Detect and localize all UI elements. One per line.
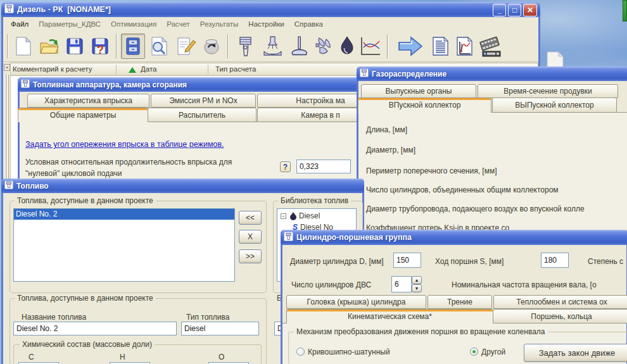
cylinders-count-label: Число цилиндров, объединенных общим колл… [366,185,559,194]
animation-button[interactable] [477,34,504,59]
mechanism-group-label: Механизм преобразования движения поршня … [294,328,548,336]
chem-group-label: Химический состав (массовые доли) [20,341,155,349]
cylinder-title: Цилиндро-поршневая группа [296,233,412,242]
dock-close-button[interactable]: × [4,64,10,71]
library-group-label: Библиотека топлив [278,197,351,205]
menu-calc[interactable]: Расчет [162,20,195,28]
piston-window-icon [4,180,13,192]
delete-fuel-button[interactable]: X [239,230,262,244]
menu-results[interactable]: Результаты [195,20,244,28]
charts-button[interactable] [453,34,477,59]
tab-atomizer[interactable]: Распылитель [148,108,256,122]
tab-general-params[interactable]: Общие параметры [18,108,148,122]
gas-exchange-window: Газораспределение Выпускные органы Время… [357,66,627,244]
app-icon [4,4,14,16]
project-tree-button[interactable] [121,34,145,59]
background-window-fragment [623,0,627,22]
move-left-button[interactable]: << [239,211,262,225]
set-injection-advance-link[interactable]: Задать угол опережения впрыска в таблице… [25,140,224,149]
save-button[interactable] [63,34,87,59]
chem-c-label: C [28,353,34,361]
open-project-button[interactable] [37,34,61,59]
tab-time-section[interactable]: Время-сечение продувки [478,84,618,98]
gas-exchange-titlebar[interactable]: Газораспределение [357,66,627,81]
fuel-drop-button[interactable] [335,34,359,59]
fuel-title: Топливо [16,182,49,191]
diameter-label: Диаметр, [мм] [366,146,415,154]
new-document-button[interactable] [11,34,35,59]
main-titlebar[interactable]: Дизель - РК [NONAME*] [1,2,540,17]
header-date[interactable]: Дата [141,65,156,73]
fuel-name-input[interactable]: Diesel No. 2 [13,322,177,336]
crank-radio-label[interactable]: Кривошипно-шатунный [308,348,390,356]
injection-duration-label-2: "нулевой" цикловой подачи [25,169,122,178]
header-calc-type[interactable]: Тип расчета [215,65,256,73]
maximize-button[interactable]: □ [508,4,521,16]
menu-params[interactable]: Параметры_КДВС [34,20,106,28]
sort-ascending-icon [129,67,136,73]
menu-file[interactable]: Файл [6,20,34,28]
cylinder-titlebar[interactable]: Цилиндро-поршневая группа [281,230,627,245]
bore-input[interactable]: 150 [393,253,421,268]
stroke-label: Ход поршня S, [мм] [435,257,504,266]
tab-exhaust-organs[interactable]: Выпускные органы [361,84,476,98]
injection-duration-input[interactable]: 0,323 [296,160,351,173]
other-radio-label[interactable]: Другой [481,348,505,356]
tab-kinematic-scheme[interactable]: Кинематическая схема* [286,309,493,323]
preview-button[interactable] [148,34,172,59]
toolbar: ? [3,30,538,62]
piston-window-icon [284,232,293,244]
compression-label: Степень с [588,257,623,266]
curves-button[interactable] [358,34,382,59]
fuel-type-input[interactable]: Diesel [181,322,259,336]
cylinders-spinner[interactable]: 6 [391,276,412,292]
fuel-system-title: Топливная аппаратура, камера сгорания [33,80,187,89]
header-comment[interactable]: Комментарий к расчету [13,65,92,73]
tree-root-label[interactable]: Diesel [299,211,320,220]
stroke-input[interactable]: 180 [541,253,569,268]
piston-button[interactable] [234,34,258,59]
spinner-buttons[interactable]: ▲ ▼ [412,276,422,292]
project-fuels-list[interactable]: Diesel No. 2 [13,208,235,282]
menu-settings[interactable]: Настройки [243,20,289,28]
valve-button[interactable] [287,34,311,59]
length-label: Длина, [мм] [366,125,407,134]
move-right-button[interactable]: >> [239,249,262,263]
menu-optimization[interactable]: Оптимизация [106,20,162,28]
injection-duration-label-1: Условная относительная продолжительность… [25,158,232,166]
menu-help[interactable]: Справка [289,20,328,28]
close-button[interactable]: ✕ [523,4,537,16]
speed-label: Номинальная частота вращения вала, [о [452,280,597,289]
set-motion-law-button[interactable]: Задать закон движе [524,344,627,362]
save-as-button[interactable]: ? [88,34,112,59]
list-item-selected[interactable]: Diesel No. 2 [14,209,234,220]
main-window-title: Дизель - РК [NONAME*] [17,5,111,14]
tab-friction[interactable]: Трение [428,295,492,309]
injector-button[interactable] [260,34,284,59]
bore-label: Диаметр цилиндра D, [мм] [290,257,384,266]
refresh-button[interactable] [200,34,224,59]
tab-piston-rings[interactable]: Поршень, кольца [493,309,627,323]
gas-exchange-title: Газораспределение [372,70,446,78]
tab-heat-exchange[interactable]: Теплообмен и система ох [493,295,627,309]
fuel-titlebar[interactable]: Топливо [1,179,364,193]
blades-button[interactable] [312,34,336,59]
edit-button[interactable] [174,34,198,59]
tab-cylinder-head[interactable]: Головка (крышка) цилиндра [286,295,426,309]
drop-icon [289,211,297,220]
help-button[interactable]: ? [280,161,291,172]
minimize-button[interactable]: _ [493,4,506,16]
run-button[interactable] [396,34,425,59]
tab-emission[interactable]: Эмиссия PM и NOx [151,94,256,108]
svg-text:?: ? [97,44,104,56]
tab-exhaust-manifold[interactable]: ВЫПускной коллектор [492,97,617,113]
tab-intake-manifold[interactable]: ВПускной коллектор [358,97,491,113]
crank-radio[interactable] [296,348,305,356]
other-radio[interactable] [470,348,478,356]
tree-expand-box[interactable]: − [281,213,286,219]
tab-injection-profile[interactable]: Характеристика впрыска [27,94,149,108]
report-button[interactable] [429,34,453,59]
cylinders-label: Число цилиндров ДВС [291,280,371,289]
chem-h-label: H [120,353,125,361]
fuel-system-titlebar[interactable]: Топливная аппаратура, камера сгорания [18,77,405,92]
